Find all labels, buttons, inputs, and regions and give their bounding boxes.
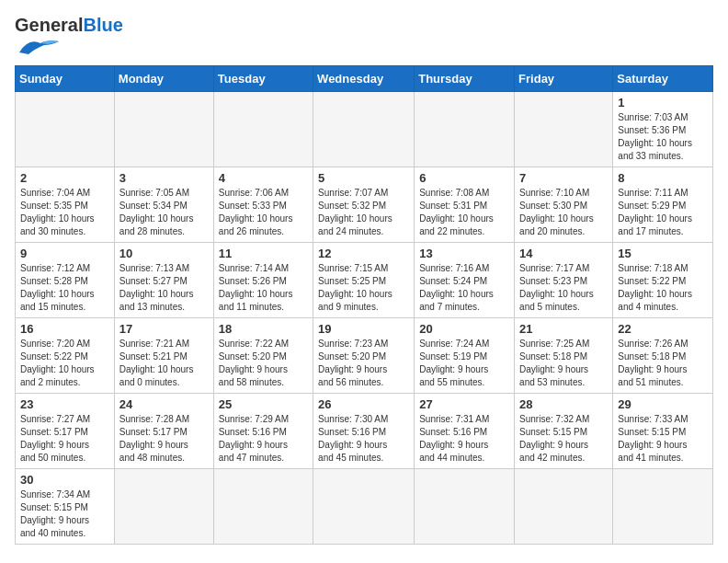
day-number: 17 bbox=[119, 322, 209, 336]
day-number: 10 bbox=[119, 247, 209, 260]
day-number: 14 bbox=[519, 247, 608, 260]
day-number: 6 bbox=[419, 171, 509, 185]
day-info: Sunrise: 7:10 AM Sunset: 5:30 PM Dayligh… bbox=[519, 187, 608, 238]
logo-blue-text: Blue bbox=[83, 15, 122, 36]
day-info: Sunrise: 7:08 AM Sunset: 5:31 PM Dayligh… bbox=[419, 187, 509, 238]
day-info: Sunrise: 7:17 AM Sunset: 5:23 PM Dayligh… bbox=[519, 262, 608, 314]
day-info: Sunrise: 7:04 AM Sunset: 5:35 PM Dayligh… bbox=[20, 187, 109, 238]
calendar-cell: 28Sunrise: 7:32 AM Sunset: 5:15 PM Dayli… bbox=[515, 394, 613, 469]
weekday-header-thursday: Thursday bbox=[415, 66, 515, 92]
calendar-cell: 17Sunrise: 7:21 AM Sunset: 5:21 PM Dayli… bbox=[114, 318, 213, 394]
calendar-week-row: 16Sunrise: 7:20 AM Sunset: 5:22 PM Dayli… bbox=[16, 318, 713, 394]
day-number: 1 bbox=[618, 96, 708, 109]
day-info: Sunrise: 7:03 AM Sunset: 5:36 PM Dayligh… bbox=[618, 111, 708, 163]
day-info: Sunrise: 7:34 AM Sunset: 5:15 PM Dayligh… bbox=[20, 488, 109, 540]
page-header: General Blue bbox=[15, 15, 713, 56]
day-info: Sunrise: 7:28 AM Sunset: 5:17 PM Dayligh… bbox=[119, 413, 209, 465]
calendar-cell: 22Sunrise: 7:26 AM Sunset: 5:18 PM Dayli… bbox=[613, 318, 713, 394]
calendar-cell: 8Sunrise: 7:11 AM Sunset: 5:29 PM Daylig… bbox=[613, 167, 713, 243]
day-info: Sunrise: 7:23 AM Sunset: 5:20 PM Dayligh… bbox=[318, 338, 409, 389]
day-info: Sunrise: 7:25 AM Sunset: 5:18 PM Dayligh… bbox=[519, 338, 608, 389]
calendar-cell: 1Sunrise: 7:03 AM Sunset: 5:36 PM Daylig… bbox=[613, 92, 713, 167]
day-info: Sunrise: 7:18 AM Sunset: 5:22 PM Dayligh… bbox=[618, 262, 708, 314]
calendar-cell bbox=[16, 92, 115, 167]
day-number: 21 bbox=[519, 322, 608, 336]
calendar-cell bbox=[415, 92, 515, 167]
calendar-cell: 7Sunrise: 7:10 AM Sunset: 5:30 PM Daylig… bbox=[515, 167, 613, 243]
day-number: 5 bbox=[318, 171, 409, 185]
calendar-week-row: 30Sunrise: 7:34 AM Sunset: 5:15 PM Dayli… bbox=[16, 469, 713, 545]
calendar-cell: 19Sunrise: 7:23 AM Sunset: 5:20 PM Dayli… bbox=[313, 318, 415, 394]
day-info: Sunrise: 7:14 AM Sunset: 5:26 PM Dayligh… bbox=[219, 262, 308, 314]
calendar-cell: 27Sunrise: 7:31 AM Sunset: 5:16 PM Dayli… bbox=[415, 394, 515, 469]
day-number: 28 bbox=[519, 397, 608, 411]
day-number: 7 bbox=[519, 171, 608, 185]
day-info: Sunrise: 7:11 AM Sunset: 5:29 PM Dayligh… bbox=[618, 187, 708, 238]
day-number: 22 bbox=[618, 322, 708, 336]
calendar-week-row: 23Sunrise: 7:27 AM Sunset: 5:17 PM Dayli… bbox=[16, 394, 713, 469]
day-number: 24 bbox=[119, 397, 209, 411]
day-number: 9 bbox=[20, 247, 109, 260]
weekday-header-monday: Monday bbox=[114, 66, 213, 92]
calendar-cell: 6Sunrise: 7:08 AM Sunset: 5:31 PM Daylig… bbox=[415, 167, 515, 243]
calendar-cell: 24Sunrise: 7:28 AM Sunset: 5:17 PM Dayli… bbox=[114, 394, 213, 469]
calendar-cell bbox=[213, 92, 313, 167]
day-number: 3 bbox=[119, 171, 209, 185]
weekday-header-tuesday: Tuesday bbox=[213, 66, 313, 92]
day-info: Sunrise: 7:12 AM Sunset: 5:28 PM Dayligh… bbox=[20, 262, 109, 314]
day-info: Sunrise: 7:15 AM Sunset: 5:25 PM Dayligh… bbox=[318, 262, 409, 314]
calendar-cell: 21Sunrise: 7:25 AM Sunset: 5:18 PM Dayli… bbox=[515, 318, 613, 394]
calendar-cell: 16Sunrise: 7:20 AM Sunset: 5:22 PM Dayli… bbox=[16, 318, 115, 394]
day-info: Sunrise: 7:16 AM Sunset: 5:24 PM Dayligh… bbox=[419, 262, 509, 314]
calendar-cell: 9Sunrise: 7:12 AM Sunset: 5:28 PM Daylig… bbox=[16, 243, 115, 318]
day-info: Sunrise: 7:31 AM Sunset: 5:16 PM Dayligh… bbox=[419, 413, 509, 465]
day-info: Sunrise: 7:33 AM Sunset: 5:15 PM Dayligh… bbox=[618, 413, 708, 465]
day-number: 25 bbox=[219, 397, 308, 411]
calendar-cell bbox=[515, 92, 613, 167]
calendar-week-row: 2Sunrise: 7:04 AM Sunset: 5:35 PM Daylig… bbox=[16, 167, 713, 243]
day-number: 2 bbox=[20, 171, 109, 185]
calendar-cell: 12Sunrise: 7:15 AM Sunset: 5:25 PM Dayli… bbox=[313, 243, 415, 318]
day-info: Sunrise: 7:21 AM Sunset: 5:21 PM Dayligh… bbox=[119, 338, 209, 389]
day-info: Sunrise: 7:20 AM Sunset: 5:22 PM Dayligh… bbox=[20, 338, 109, 389]
day-number: 27 bbox=[419, 397, 509, 411]
day-number: 19 bbox=[318, 322, 409, 336]
calendar-cell: 4Sunrise: 7:06 AM Sunset: 5:33 PM Daylig… bbox=[213, 167, 313, 243]
calendar-cell bbox=[114, 92, 213, 167]
calendar-cell bbox=[415, 469, 515, 545]
day-info: Sunrise: 7:29 AM Sunset: 5:16 PM Dayligh… bbox=[219, 413, 308, 465]
calendar-cell bbox=[313, 92, 415, 167]
calendar-cell: 18Sunrise: 7:22 AM Sunset: 5:20 PM Dayli… bbox=[213, 318, 313, 394]
calendar-cell: 14Sunrise: 7:17 AM Sunset: 5:23 PM Dayli… bbox=[515, 243, 613, 318]
day-number: 8 bbox=[618, 171, 708, 185]
day-info: Sunrise: 7:06 AM Sunset: 5:33 PM Dayligh… bbox=[219, 187, 308, 238]
calendar-cell: 23Sunrise: 7:27 AM Sunset: 5:17 PM Dayli… bbox=[16, 394, 115, 469]
calendar-cell: 29Sunrise: 7:33 AM Sunset: 5:15 PM Dayli… bbox=[613, 394, 713, 469]
logo-bird-icon bbox=[15, 36, 61, 56]
calendar-week-row: 1Sunrise: 7:03 AM Sunset: 5:36 PM Daylig… bbox=[16, 92, 713, 167]
calendar-cell bbox=[515, 469, 613, 545]
day-number: 11 bbox=[219, 247, 308, 260]
day-number: 13 bbox=[419, 247, 509, 260]
day-info: Sunrise: 7:24 AM Sunset: 5:19 PM Dayligh… bbox=[419, 338, 509, 389]
calendar-cell: 5Sunrise: 7:07 AM Sunset: 5:32 PM Daylig… bbox=[313, 167, 415, 243]
day-info: Sunrise: 7:07 AM Sunset: 5:32 PM Dayligh… bbox=[318, 187, 409, 238]
calendar-cell bbox=[114, 469, 213, 545]
calendar-week-row: 9Sunrise: 7:12 AM Sunset: 5:28 PM Daylig… bbox=[16, 243, 713, 318]
weekday-header-friday: Friday bbox=[515, 66, 613, 92]
calendar-cell: 20Sunrise: 7:24 AM Sunset: 5:19 PM Dayli… bbox=[415, 318, 515, 394]
weekday-header-saturday: Saturday bbox=[613, 66, 713, 92]
weekday-header-wednesday: Wednesday bbox=[313, 66, 415, 92]
day-info: Sunrise: 7:27 AM Sunset: 5:17 PM Dayligh… bbox=[20, 413, 109, 465]
calendar-cell: 15Sunrise: 7:18 AM Sunset: 5:22 PM Dayli… bbox=[613, 243, 713, 318]
calendar-cell: 10Sunrise: 7:13 AM Sunset: 5:27 PM Dayli… bbox=[114, 243, 213, 318]
calendar-header-row: SundayMondayTuesdayWednesdayThursdayFrid… bbox=[16, 66, 713, 92]
day-number: 26 bbox=[318, 397, 409, 411]
day-number: 29 bbox=[618, 397, 708, 411]
calendar-cell bbox=[613, 469, 713, 545]
day-number: 23 bbox=[20, 397, 109, 411]
calendar-cell bbox=[213, 469, 313, 545]
calendar-cell: 30Sunrise: 7:34 AM Sunset: 5:15 PM Dayli… bbox=[16, 469, 115, 545]
logo-general-text: General bbox=[15, 15, 83, 36]
logo: General Blue bbox=[15, 15, 123, 56]
